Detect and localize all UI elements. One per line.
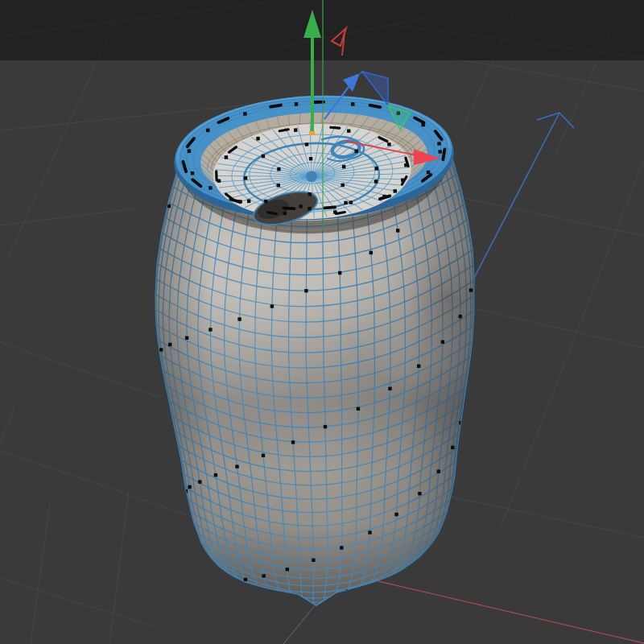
- viewport-3d[interactable]: [0, 0, 644, 644]
- object-origin-marker[interactable]: [309, 131, 315, 135]
- viewport-canvas[interactable]: [0, 0, 644, 644]
- top-shade-band: [0, 0, 644, 60]
